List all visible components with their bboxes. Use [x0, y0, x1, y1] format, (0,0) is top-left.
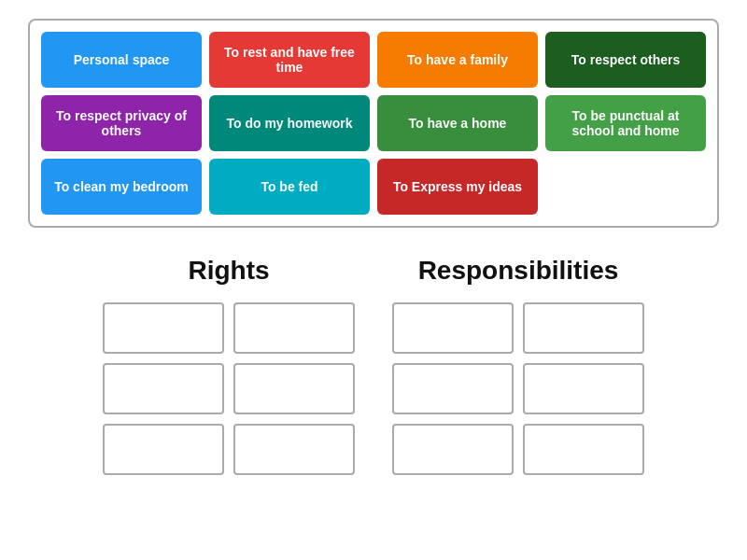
rights-title: Rights — [188, 256, 269, 286]
rights-drop-1[interactable] — [103, 302, 224, 354]
responsibilities-category: Responsibilities — [392, 256, 644, 475]
card-personal-space[interactable]: Personal space — [41, 32, 202, 88]
rights-drop-4[interactable] — [233, 363, 355, 414]
resp-drop-3[interactable] — [392, 363, 514, 414]
card-have-family[interactable]: To have a family — [377, 32, 538, 88]
rights-drop-6[interactable] — [233, 424, 355, 475]
resp-drop-6[interactable] — [523, 424, 644, 475]
rights-drop-2[interactable] — [233, 302, 355, 354]
card-clean-bedroom[interactable]: To clean my bedroom — [41, 159, 202, 215]
card-express-ideas[interactable]: To Express my ideas — [377, 159, 538, 215]
rights-drop-3[interactable] — [103, 363, 224, 414]
card-punctual[interactable]: To be punctual at school and home — [545, 95, 706, 151]
rights-drop-5[interactable] — [103, 424, 224, 475]
responsibilities-title: Responsibilities — [418, 256, 619, 286]
card-have-home[interactable]: To have a home — [377, 95, 538, 151]
card-be-fed[interactable]: To be fed — [209, 159, 370, 215]
card-bank: Personal spaceTo rest and have free time… — [28, 19, 719, 228]
responsibilities-drop-grid — [392, 302, 644, 475]
main-container: Personal spaceTo rest and have free time… — [0, 0, 747, 494]
rights-drop-grid — [103, 302, 355, 475]
resp-drop-5[interactable] — [392, 424, 514, 475]
resp-drop-1[interactable] — [392, 302, 514, 354]
card-do-homework[interactable]: To do my homework — [209, 95, 370, 151]
card-rest-free-time[interactable]: To rest and have free time — [209, 32, 370, 88]
resp-drop-4[interactable] — [523, 363, 644, 414]
categories-section: Rights Responsibilities — [28, 256, 719, 475]
rights-category: Rights — [103, 256, 355, 475]
card-respect-others[interactable]: To respect others — [545, 32, 706, 88]
resp-drop-2[interactable] — [523, 302, 644, 354]
card-respect-privacy[interactable]: To respect privacy of others — [41, 95, 202, 151]
